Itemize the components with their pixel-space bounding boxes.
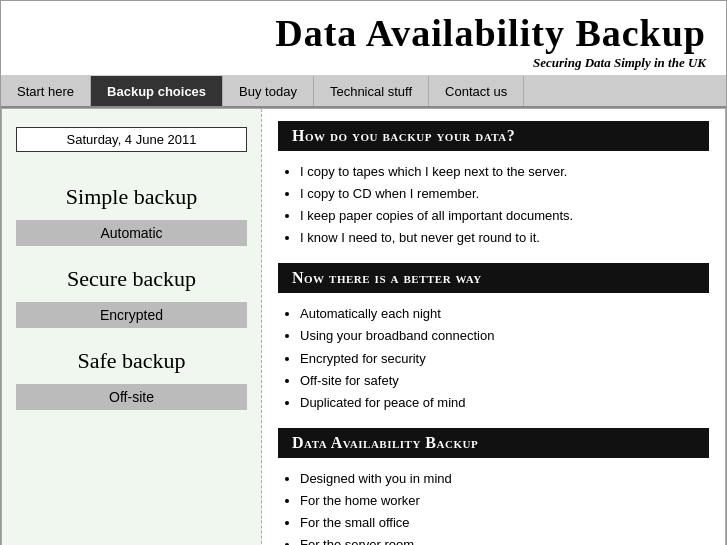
section-header-2: Data Availability Backup: [278, 428, 709, 458]
list-item: Using your broadband connection: [300, 325, 709, 347]
site-title: Data Availability Backup: [21, 11, 706, 55]
section-list-0: I copy to tapes which I keep next to the…: [300, 161, 709, 249]
list-item: Designed with you in mind: [300, 468, 709, 490]
section-header-1: Now there is a better way: [278, 263, 709, 293]
nav-item-technical-stuff[interactable]: Technical stuff: [314, 76, 429, 106]
date-box: Saturday, 4 June 2011: [16, 127, 247, 152]
sidebar-heading-0[interactable]: Simple backup: [2, 170, 261, 214]
main-nav: Start hereBackup choicesBuy todayTechnic…: [1, 76, 726, 108]
main-content: Saturday, 4 June 2011 Simple backupAutom…: [1, 108, 726, 545]
sidebar: Saturday, 4 June 2011 Simple backupAutom…: [2, 109, 262, 545]
section-list-2: Designed with you in mindFor the home wo…: [300, 468, 709, 545]
sidebar-tag-0[interactable]: Automatic: [16, 220, 247, 246]
list-item: For the home worker: [300, 490, 709, 512]
list-item: I copy to CD when I remember.: [300, 183, 709, 205]
content-section-2: Data Availability BackupDesigned with yo…: [278, 428, 709, 545]
section-header-0: How do you backup your data?: [278, 121, 709, 151]
sidebar-heading-2[interactable]: Safe backup: [2, 334, 261, 378]
list-item: I keep paper copies of all important doc…: [300, 205, 709, 227]
list-item: For the server room: [300, 534, 709, 545]
sidebar-tag-1[interactable]: Encrypted: [16, 302, 247, 328]
nav-item-backup-choices[interactable]: Backup choices: [91, 76, 223, 106]
list-item: Automatically each night: [300, 303, 709, 325]
content-section-0: How do you backup your data?I copy to ta…: [278, 121, 709, 249]
list-item: I copy to tapes which I keep next to the…: [300, 161, 709, 183]
section-list-1: Automatically each nightUsing your broad…: [300, 303, 709, 413]
list-item: For the small office: [300, 512, 709, 534]
sidebar-heading-1[interactable]: Secure backup: [2, 252, 261, 296]
content-area: How do you backup your data?I copy to ta…: [262, 109, 725, 545]
list-item: I know I need to, but never get round to…: [300, 227, 709, 249]
content-section-1: Now there is a better wayAutomatically e…: [278, 263, 709, 413]
list-item: Duplicated for peace of mind: [300, 392, 709, 414]
nav-item-contact-us[interactable]: Contact us: [429, 76, 524, 106]
nav-item-buy-today[interactable]: Buy today: [223, 76, 314, 106]
list-item: Off-site for safety: [300, 370, 709, 392]
list-item: Encrypted for security: [300, 348, 709, 370]
site-subtitle: Securing Data Simply in the UK: [21, 55, 706, 71]
nav-item-start-here[interactable]: Start here: [1, 76, 91, 106]
site-header: Data Availability Backup Securing Data S…: [1, 1, 726, 76]
sidebar-tag-2[interactable]: Off-site: [16, 384, 247, 410]
